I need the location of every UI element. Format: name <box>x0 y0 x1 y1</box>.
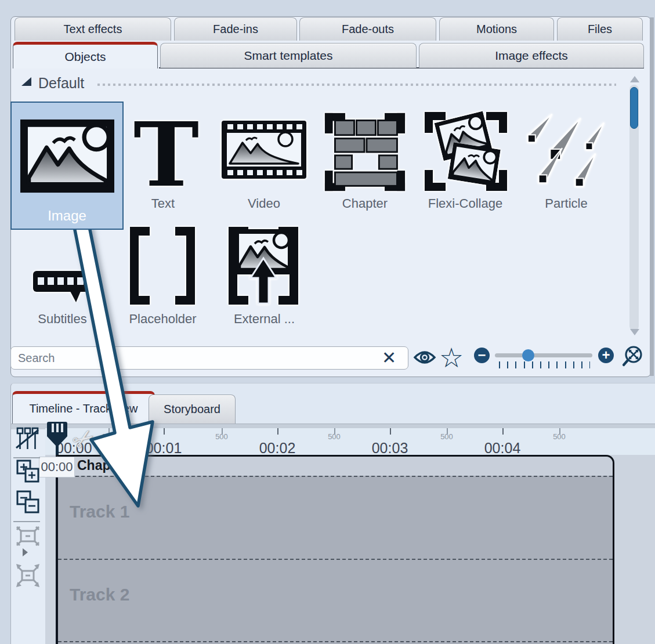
tile-label: External ... <box>222 312 306 327</box>
fit-frame-icon[interactable] <box>16 524 40 548</box>
toolbar-separator <box>13 521 40 522</box>
objects-scrollbar-thumb[interactable] <box>630 87 638 129</box>
tile-label: Flexi-Collage <box>413 196 518 211</box>
ruler-subtick-label: 500 <box>542 432 577 441</box>
tab-storyboard[interactable]: Storyboard <box>149 395 236 424</box>
scroll-down-icon[interactable] <box>630 329 639 335</box>
remove-track-icon[interactable] <box>16 490 40 514</box>
image-icon <box>20 119 114 193</box>
tab-motions[interactable]: Motions <box>439 17 554 41</box>
zoom-in-button[interactable]: + <box>598 348 614 363</box>
chapter-block[interactable]: Track 1 Track 2 <box>56 455 614 644</box>
thumbnail-size-slider-track[interactable] <box>495 353 592 357</box>
search-clear-icon[interactable]: ✕ <box>382 348 396 368</box>
collapse-triangle-icon[interactable] <box>21 77 31 86</box>
window-right-edge <box>650 17 654 376</box>
ruler-subtick-label: 500 <box>317 432 352 441</box>
dropdown-caret-icon[interactable] <box>23 548 28 556</box>
playhead-marker[interactable] <box>46 421 68 455</box>
tile-label: Placeholder <box>121 312 205 327</box>
ruler-time-label: 00:02 <box>251 440 303 457</box>
flexi-collage-object-icon[interactable] <box>422 110 509 193</box>
slider-tick-marks <box>499 361 590 368</box>
tab-text-effects[interactable]: Text effects <box>15 17 171 41</box>
ruler-time-label: 00:03 <box>364 440 416 457</box>
toolbar-separator <box>13 457 40 458</box>
tab-fade-ins[interactable]: Fade-ins <box>174 17 297 41</box>
tab-timeline-track-view[interactable]: Timeline - Track view <box>12 391 155 424</box>
tile-image-selected[interactable]: Image <box>10 102 124 230</box>
scroll-up-icon[interactable] <box>630 76 639 82</box>
ruler-subtick-label: 500 <box>204 432 239 441</box>
tile-label: Subtitles <box>26 312 99 327</box>
chapter-header-strip[interactable] <box>58 457 613 476</box>
search-input[interactable] <box>10 346 408 370</box>
tile-label: Image <box>12 208 122 224</box>
tab-image-effects[interactable]: Image effects <box>419 43 644 68</box>
ruler-time-label: 00:04 <box>476 440 529 457</box>
tab-smart-templates[interactable]: Smart templates <box>160 43 417 68</box>
zoom-reset-icon[interactable] <box>622 345 647 371</box>
timeline-panel: Timeline - Track view Storyboard 00:00 0… <box>10 383 655 644</box>
tab-objects[interactable]: Objects <box>13 42 158 68</box>
track-display-options-icon[interactable] <box>15 426 40 451</box>
tab-fade-outs[interactable]: Fade-outs <box>299 17 436 41</box>
track-1-label: Track 1 <box>70 502 129 522</box>
thumbnail-size-slider-thumb[interactable] <box>522 349 534 361</box>
ruler-subtick-label: 500 <box>429 432 464 441</box>
favorites-star-icon[interactable]: ☆ <box>439 342 464 374</box>
tile-label: Particle <box>531 196 601 211</box>
track-2-label: Track 2 <box>70 585 129 605</box>
tile-label: Text <box>128 196 198 211</box>
app-window: Text effects Fade-ins Fade-outs Motions … <box>0 0 655 644</box>
subtitles-object-icon[interactable] <box>32 264 90 307</box>
tile-label: Chapter <box>330 196 400 211</box>
zoom-out-button[interactable]: − <box>474 348 490 363</box>
tab-files[interactable]: Files <box>557 17 643 41</box>
chapter-object-icon[interactable] <box>323 111 407 193</box>
playhead-position-box: 00:00 <box>39 457 75 477</box>
tile-label: Video <box>229 196 299 211</box>
eye-icon[interactable] <box>413 349 436 366</box>
video-object-icon[interactable] <box>220 120 307 180</box>
chapter-label[interactable]: Chap <box>77 458 111 473</box>
section-divider-dots <box>97 84 616 86</box>
section-header[interactable]: Default <box>38 75 84 92</box>
text-object-icon[interactable]: T <box>133 115 194 195</box>
external-object-icon[interactable] <box>224 225 303 307</box>
placeholder-object-icon[interactable] <box>123 225 202 307</box>
time-ruler[interactable]: 00:00 00:01 00:02 00:03 00:04 500 500 50… <box>45 428 655 455</box>
insert-track-icon[interactable] <box>16 459 40 483</box>
expand-frame-icon[interactable] <box>15 562 41 589</box>
particle-object-icon[interactable] <box>523 111 609 191</box>
ruler-time-label: 00:01 <box>137 440 190 457</box>
